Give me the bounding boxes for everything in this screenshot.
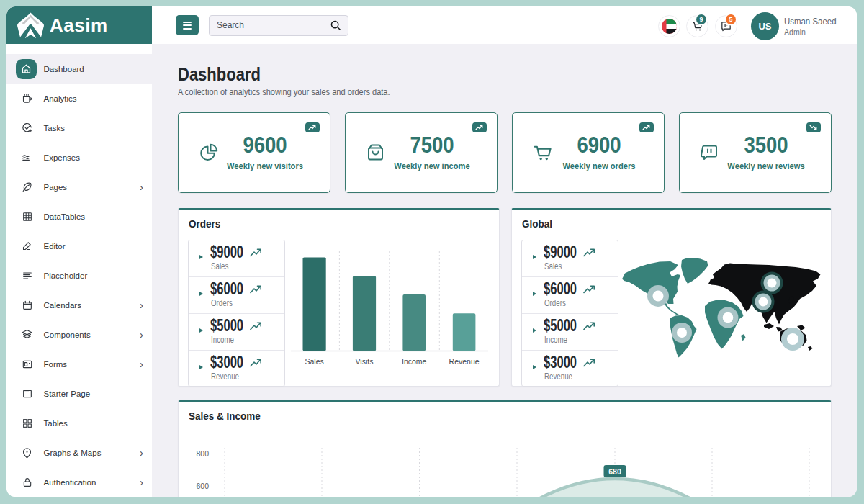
svg-text:Income: Income — [402, 357, 427, 366]
svg-text:800: 800 — [196, 449, 209, 458]
svg-text:680: 680 — [608, 467, 621, 476]
svg-text:Visits: Visits — [356, 357, 374, 366]
svg-text:Revenue: Revenue — [449, 357, 480, 366]
svg-text:600: 600 — [196, 482, 209, 490]
svg-text:Sales: Sales — [305, 357, 323, 366]
